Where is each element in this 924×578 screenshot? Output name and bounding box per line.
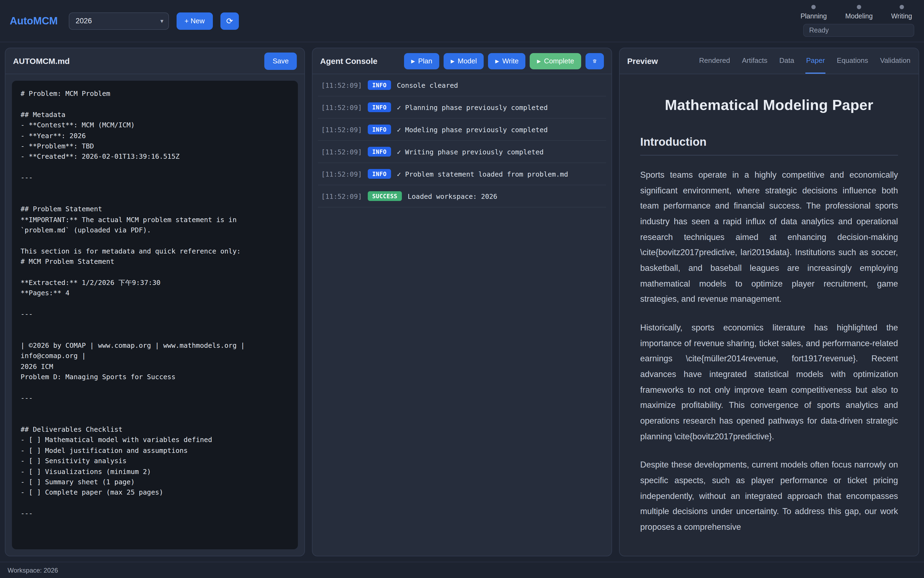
paper-paragraph: Historically, sports economics literatur… [640,320,898,445]
phase-indicators: Planning Modeling Writing [801,5,914,20]
editor-panel-header: AUTOMCM.md Save [5,48,305,74]
log-level-badge: INFO [368,102,391,112]
play-icon: ▶ [537,58,541,64]
complete-button[interactable]: ▶Complete [530,53,581,69]
phase-dot-icon [812,5,816,9]
main-content: AUTOMCM.md Save # Problem: MCM Problem #… [0,42,924,562]
log-timestamp: [11:52:09] [321,103,362,111]
phase-dot-icon [900,5,904,9]
log-entry: [11:52:09] INFO ✓ Writing phase previous… [318,141,606,163]
paper-title: Mathematical Modeling Paper [640,97,898,114]
editor-body: # Problem: MCM Problem ## Metadata - **C… [5,74,305,556]
phase-label: Modeling [845,13,872,20]
play-icon: ▶ [411,58,415,64]
trash-icon [593,57,597,65]
paper-preview: Mathematical Modeling Paper Introduction… [619,74,919,556]
paper-paragraphs: Sports teams operate in a highly competi… [640,167,898,535]
phase-label: Planning [801,13,827,20]
preview-tab[interactable]: Paper [806,48,825,74]
log-entry: [11:52:09] INFO ✓ Problem statement load… [318,163,606,185]
log-timestamp: [11:52:09] [321,81,362,89]
phase-dot-icon [857,5,861,9]
log-message: Console cleared [397,81,458,89]
refresh-icon: ⟳ [226,16,233,26]
log-timestamp: [11:52:09] [321,170,362,178]
preview-title: Preview [627,56,658,65]
preview-tabs: Rendered Artifacts Data Paper Equations … [699,48,911,74]
log-message: Loaded workspace: 2026 [408,192,497,200]
paper-section-heading: Introduction [640,135,898,156]
topbar-right: Planning Modeling Writing Ready [801,5,914,37]
model-button[interactable]: ▶Model [444,53,484,69]
log-entry: [11:52:09] INFO Console cleared [318,74,606,96]
preview-panel: Preview Rendered Artifacts Data Paper Eq… [619,48,919,556]
console-actions: ▶Plan ▶Model ▶Write ▶Complete [404,53,604,69]
preview-panel-header: Preview Rendered Artifacts Data Paper Eq… [619,48,919,74]
topbar-left: AutoMCM 2026 ▾ + New ⟳ [10,12,239,29]
phase-indicator: Planning [801,5,827,20]
workspace-status: Workspace: 2026 [8,567,58,574]
preview-tab[interactable]: Validation [880,48,911,74]
editor-panel: AUTOMCM.md Save # Problem: MCM Problem #… [5,48,305,556]
log-message: ✓ Problem statement loaded from problem.… [397,170,568,178]
log-message: ✓ Modeling phase previously completed [397,125,548,133]
status-text: Ready [809,26,829,34]
log-level-badge: INFO [368,169,391,179]
phase-label: Writing [891,13,912,20]
console-panel: Agent Console ▶Plan ▶Model ▶Write ▶Compl… [312,48,612,556]
write-button[interactable]: ▶Write [488,53,526,69]
console-panel-header: Agent Console ▶Plan ▶Model ▶Write ▶Compl… [313,48,611,74]
log-message: ✓ Planning phase previously completed [397,103,548,111]
refresh-button[interactable]: ⟳ [220,12,239,29]
log-level-badge: INFO [368,147,391,157]
log-message: ✓ Writing phase previously completed [397,148,544,156]
preview-tab[interactable]: Artifacts [741,48,768,74]
app-logo: AutoMCM [10,15,58,27]
editor-title: AUTOMCM.md [13,56,70,65]
log-entry: [11:52:09] INFO ✓ Modeling phase previou… [318,119,606,141]
status-ready-bar: Ready [803,24,914,37]
paper-paragraph: Despite these developments, current mode… [640,458,898,535]
workspace-select[interactable]: 2026 [68,12,169,29]
console-title: Agent Console [320,56,378,65]
app-root: AutoMCM 2026 ▾ + New ⟳ Planning [0,0,924,578]
play-icon: ▶ [451,58,454,64]
preview-tab[interactable]: Rendered [699,48,731,74]
new-workspace-button[interactable]: + New [176,12,212,29]
log-timestamp: [11:52:09] [321,125,362,133]
workspace-select-wrap: 2026 ▾ [68,12,169,29]
play-icon: ▶ [495,58,499,64]
statusbar: Workspace: 2026 [0,562,924,578]
log-timestamp: [11:52:09] [321,192,362,200]
phase-indicator: Writing [891,5,912,20]
log-entry: [11:52:09] INFO ✓ Planning phase previou… [318,96,606,119]
log-level-badge: INFO [368,80,391,90]
markdown-editor[interactable]: # Problem: MCM Problem ## Metadata - **C… [12,81,298,549]
log-level-badge: INFO [368,125,391,134]
paper-paragraph: Sports teams operate in a highly competi… [640,167,898,307]
topbar: AutoMCM 2026 ▾ + New ⟳ Planning [0,0,924,42]
clear-console-button[interactable] [585,53,604,69]
save-button[interactable]: Save [264,52,297,70]
plan-button[interactable]: ▶Plan [404,53,439,69]
preview-tab[interactable]: Equations [836,48,869,74]
log-level-badge: SUCCESS [368,191,402,201]
preview-tab[interactable]: Data [779,48,795,74]
log-entry: [11:52:09] SUCCESS Loaded workspace: 202… [318,185,606,208]
log-timestamp: [11:52:09] [321,148,362,156]
phase-indicator: Modeling [845,5,872,20]
console-log: [11:52:09] INFO Console cleared [11:52:0… [313,74,611,556]
